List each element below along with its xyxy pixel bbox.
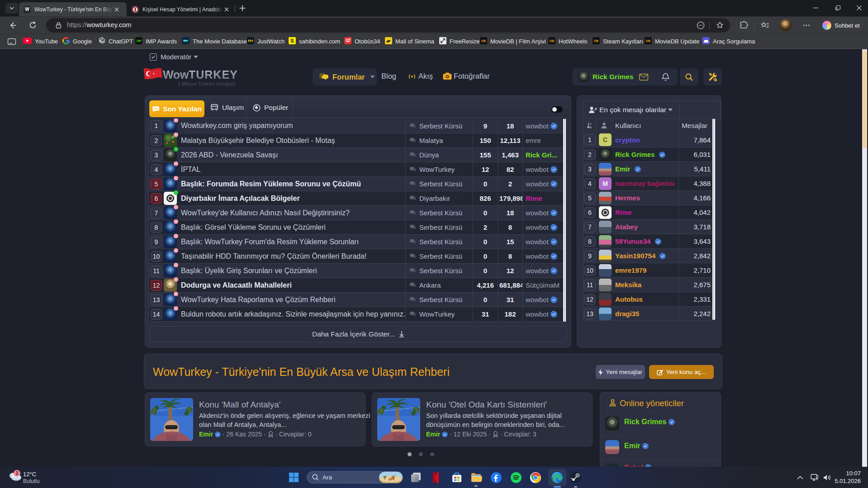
svg-text:IMP: IMP bbox=[136, 40, 142, 43]
svg-text:DB: DB bbox=[594, 39, 598, 43]
svg-text:DB: DB bbox=[646, 39, 650, 43]
svg-text:DB: DB bbox=[550, 39, 554, 43]
svg-text:1: 1 bbox=[590, 123, 592, 125]
svg-text:34: 34 bbox=[349, 38, 351, 40]
svg-text:9: 9 bbox=[590, 126, 592, 129]
svg-text:DB: DB bbox=[481, 39, 486, 43]
svg-text:S: S bbox=[290, 38, 294, 43]
